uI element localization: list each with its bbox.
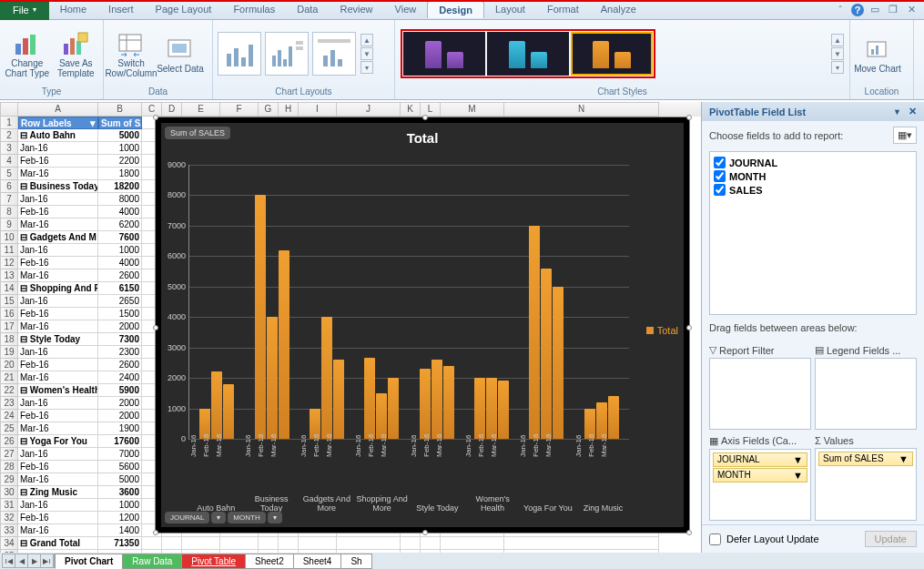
move-chart-button[interactable]: Move Chart	[854, 24, 901, 84]
cell[interactable]: Mar-16	[18, 422, 98, 435]
report-filter-well[interactable]	[709, 358, 811, 430]
layout-down-icon[interactable]: ▼	[360, 47, 373, 60]
cell[interactable]: 2300	[98, 346, 142, 359]
column-header[interactable]: C	[142, 102, 162, 117]
cell[interactable]: 18200	[98, 180, 142, 193]
cell[interactable]: 7600	[98, 231, 142, 244]
field-list-layout-icon[interactable]: ▦▾	[893, 127, 917, 144]
cell[interactable]: 1000	[98, 499, 142, 512]
cell[interactable]: 5600	[98, 461, 142, 473]
ribbon-tab-design[interactable]: Design	[427, 1, 484, 18]
row-header[interactable]: 8	[0, 206, 18, 218]
style-down-icon[interactable]: ▼	[831, 47, 844, 60]
prev-sheet-icon[interactable]: ◀	[15, 554, 28, 567]
defer-update-checkbox[interactable]	[709, 533, 721, 545]
cell[interactable]: Mar-16	[18, 371, 98, 384]
sheet-tab[interactable]: Pivot Table	[181, 554, 246, 569]
field-checkbox[interactable]	[714, 184, 726, 196]
cell[interactable]	[279, 537, 299, 550]
cell[interactable]: ⊟ Gadgets And M	[18, 231, 98, 244]
column-header[interactable]: D	[162, 102, 182, 117]
close-window-icon[interactable]: ✕	[904, 3, 919, 17]
field-checkbox[interactable]	[714, 170, 726, 182]
cell[interactable]	[299, 537, 337, 550]
cell[interactable]: Jan-16	[18, 346, 98, 359]
cell[interactable]: 1400	[98, 524, 142, 537]
row-header[interactable]: 31	[0, 499, 18, 512]
cell[interactable]	[504, 537, 659, 550]
sheet-tab[interactable]: Pivot Chart	[55, 554, 123, 569]
layout-up-icon[interactable]: ▲	[360, 34, 373, 46]
pivot-chart[interactable]: Sum of SALES Total 010002000300040005000…	[155, 117, 690, 533]
cell[interactable]: 4000	[98, 206, 142, 218]
help-icon[interactable]: ?	[851, 4, 864, 16]
cell[interactable]: 2600	[98, 359, 142, 371]
cell[interactable]: Feb-16	[18, 512, 98, 524]
row-header[interactable]: 1	[0, 117, 18, 129]
close-icon[interactable]: ✕	[909, 106, 917, 117]
minimize-ribbon-icon[interactable]: ▭	[868, 3, 882, 17]
spreadsheet-grid[interactable]: ABCDEFGHIJKLMN 1Row Labels ▾Sum of SA2⊟ …	[0, 102, 701, 553]
row-header[interactable]: 3	[0, 142, 18, 155]
cell[interactable]: 1900	[98, 422, 142, 435]
cell[interactable]: Mar-16	[18, 218, 98, 231]
chart-style-orange[interactable]	[571, 32, 653, 76]
cell[interactable]: 2200	[98, 155, 142, 168]
cell[interactable]: Feb-16	[18, 206, 98, 218]
chart-style-cyan[interactable]	[487, 32, 569, 76]
row-header[interactable]: 12	[0, 257, 18, 269]
cell[interactable]: 1200	[98, 512, 142, 524]
cell[interactable]	[337, 537, 401, 550]
cell[interactable]: 6200	[98, 218, 142, 231]
cell[interactable]: Jan-16	[18, 193, 98, 206]
cell[interactable]: ⊟ Women's Health	[18, 384, 98, 397]
field-checkbox[interactable]	[714, 157, 726, 168]
style-more-icon[interactable]: ▾	[831, 61, 844, 74]
cell[interactable]: ⊟ Business Today	[18, 180, 98, 193]
layout-more-icon[interactable]: ▾	[360, 61, 373, 74]
file-tab[interactable]: File▾	[0, 0, 49, 20]
cell[interactable]: Mar-16	[18, 524, 98, 537]
cell[interactable]: 1500	[98, 308, 142, 320]
cell[interactable]: 2600	[98, 269, 142, 282]
axis-fields-well[interactable]: JOURNAL▼MONTH▼	[709, 449, 811, 522]
last-sheet-icon[interactable]: ▶I	[41, 554, 54, 567]
cell[interactable]: ⊟ Grand Total	[18, 537, 98, 550]
switch-row-column-button[interactable]: Switch Row/Column	[107, 24, 155, 84]
cell[interactable]: 5000	[98, 473, 142, 486]
cell[interactable]	[220, 537, 259, 550]
row-header[interactable]: 28	[0, 461, 18, 473]
column-header[interactable]: H	[279, 102, 299, 117]
row-header[interactable]: 27	[0, 448, 18, 461]
cell[interactable]	[182, 537, 220, 550]
values-well[interactable]: Sum of SALES▼	[815, 448, 917, 522]
ribbon-tab-review[interactable]: Review	[329, 1, 383, 18]
ribbon-tab-formulas[interactable]: Formulas	[222, 1, 286, 18]
cell[interactable]: 8000	[98, 193, 142, 206]
row-header[interactable]: 22	[0, 384, 18, 397]
row-header[interactable]: 9	[0, 218, 18, 231]
row-header[interactable]: 17	[0, 320, 18, 333]
style-up-icon[interactable]: ▲	[831, 34, 844, 46]
row-header[interactable]: 16	[0, 308, 18, 320]
select-data-button[interactable]: Select Data	[157, 24, 204, 84]
chart-style-purple[interactable]	[403, 32, 485, 76]
ribbon-tab-view[interactable]: View	[384, 1, 428, 18]
cell[interactable]: Feb-16	[18, 410, 98, 422]
row-header[interactable]: 30	[0, 486, 18, 499]
field-item[interactable]: MONTH	[714, 169, 912, 183]
ribbon-tab-insert[interactable]: Insert	[97, 1, 145, 18]
cell[interactable]: Row Labels ▾	[18, 117, 98, 129]
ribbon-tab-data[interactable]: Data	[286, 1, 329, 18]
restore-window-icon[interactable]: ❐	[886, 3, 900, 17]
row-header[interactable]: 25	[0, 422, 18, 435]
cell[interactable]: Mar-16	[18, 269, 98, 282]
ribbon-tab-layout[interactable]: Layout	[484, 1, 536, 18]
field-item[interactable]: JOURNAL	[714, 156, 912, 169]
ribbon-tab-home[interactable]: Home	[49, 1, 97, 18]
field-chip[interactable]: JOURNAL▼	[713, 452, 807, 467]
cell[interactable]: 3600	[98, 486, 142, 499]
sheet-tab[interactable]: Raw Data	[122, 554, 182, 569]
cell[interactable]: Feb-16	[18, 257, 98, 269]
cell[interactable]: 1800	[98, 168, 142, 180]
